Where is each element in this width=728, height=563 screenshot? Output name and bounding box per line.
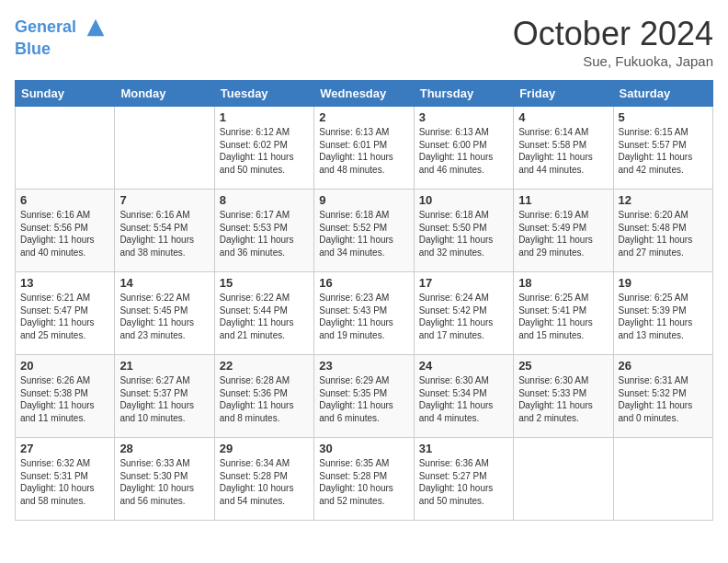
day-number: 4 [518,110,608,124]
day-info: Sunrise: 6:29 AM Sunset: 5:35 PM Dayligh… [319,374,408,424]
calendar-day-cell: 28Sunrise: 6:33 AM Sunset: 5:30 PM Dayli… [115,438,214,521]
day-number: 14 [119,276,209,290]
weekday-header: Wednesday [314,81,414,107]
day-info: Sunrise: 6:20 AM Sunset: 5:48 PM Dayligh… [619,209,708,259]
day-number: 26 [619,359,708,373]
calendar-day-cell: 4Sunrise: 6:14 AM Sunset: 5:58 PM Daylig… [514,107,613,190]
calendar-day-cell: 16Sunrise: 6:23 AM Sunset: 5:43 PM Dayli… [314,272,414,355]
title-block: October 2024 Sue, Fukuoka, Japan [513,15,713,69]
calendar-day-cell: 13Sunrise: 6:21 AM Sunset: 5:47 PM Dayli… [16,272,115,355]
day-info: Sunrise: 6:15 AM Sunset: 5:57 PM Dayligh… [619,126,708,176]
day-info: Sunrise: 6:30 AM Sunset: 5:34 PM Dayligh… [419,374,508,424]
day-number: 2 [319,110,408,124]
calendar-day-cell [613,438,712,521]
weekday-header-row: SundayMondayTuesdayWednesdayThursdayFrid… [16,81,713,107]
svg-marker-0 [87,19,105,37]
month-title: October 2024 [513,15,713,53]
day-info: Sunrise: 6:14 AM Sunset: 5:58 PM Dayligh… [518,126,608,176]
day-info: Sunrise: 6:18 AM Sunset: 5:50 PM Dayligh… [419,209,508,259]
day-number: 23 [319,359,408,373]
calendar-day-cell: 26Sunrise: 6:31 AM Sunset: 5:32 PM Dayli… [613,355,712,438]
calendar-day-cell: 1Sunrise: 6:12 AM Sunset: 6:02 PM Daylig… [214,107,313,190]
calendar-day-cell: 8Sunrise: 6:17 AM Sunset: 5:53 PM Daylig… [214,190,313,272]
day-number: 19 [619,276,708,290]
day-info: Sunrise: 6:31 AM Sunset: 5:32 PM Dayligh… [619,374,708,424]
day-number: 13 [20,276,109,290]
day-info: Sunrise: 6:35 AM Sunset: 5:28 PM Dayligh… [319,457,408,507]
calendar-day-cell: 24Sunrise: 6:30 AM Sunset: 5:34 PM Dayli… [414,355,513,438]
day-number: 21 [119,359,209,373]
calendar-day-cell: 27Sunrise: 6:32 AM Sunset: 5:31 PM Dayli… [16,438,115,521]
calendar-day-cell: 2Sunrise: 6:13 AM Sunset: 6:01 PM Daylig… [314,107,414,190]
calendar-day-cell: 22Sunrise: 6:28 AM Sunset: 5:36 PM Dayli… [214,355,313,438]
logo-text: General Blue [15,15,108,59]
logo-icon [83,15,108,40]
calendar-day-cell: 9Sunrise: 6:18 AM Sunset: 5:52 PM Daylig… [314,190,414,272]
page-header: General Blue October 2024 Sue, Fukuoka, … [15,15,713,69]
day-number: 12 [619,193,708,207]
calendar-day-cell: 11Sunrise: 6:19 AM Sunset: 5:49 PM Dayli… [514,190,613,272]
day-info: Sunrise: 6:13 AM Sunset: 6:01 PM Dayligh… [319,126,408,176]
day-number: 20 [20,359,109,373]
logo-blue: Blue [15,40,51,58]
day-info: Sunrise: 6:13 AM Sunset: 6:00 PM Dayligh… [419,126,508,176]
calendar-day-cell: 25Sunrise: 6:30 AM Sunset: 5:33 PM Dayli… [514,355,613,438]
day-info: Sunrise: 6:32 AM Sunset: 5:31 PM Dayligh… [20,457,109,507]
day-number: 10 [419,193,508,207]
calendar-week-row: 20Sunrise: 6:26 AM Sunset: 5:38 PM Dayli… [16,355,713,438]
day-info: Sunrise: 6:36 AM Sunset: 5:27 PM Dayligh… [419,457,508,507]
day-info: Sunrise: 6:21 AM Sunset: 5:47 PM Dayligh… [20,292,109,341]
weekday-header: Tuesday [214,81,313,107]
calendar-week-row: 27Sunrise: 6:32 AM Sunset: 5:31 PM Dayli… [16,438,713,521]
day-info: Sunrise: 6:30 AM Sunset: 5:33 PM Dayligh… [518,374,608,424]
day-number: 22 [220,359,309,373]
day-info: Sunrise: 6:19 AM Sunset: 5:49 PM Dayligh… [518,209,608,259]
day-number: 17 [419,276,508,290]
day-number: 9 [319,193,408,207]
calendar-day-cell: 17Sunrise: 6:24 AM Sunset: 5:42 PM Dayli… [414,272,513,355]
logo: General Blue [15,15,108,59]
calendar-day-cell: 6Sunrise: 6:16 AM Sunset: 5:56 PM Daylig… [16,190,115,272]
day-number: 5 [619,110,708,124]
calendar-day-cell: 10Sunrise: 6:18 AM Sunset: 5:50 PM Dayli… [414,190,513,272]
calendar-day-cell: 3Sunrise: 6:13 AM Sunset: 6:00 PM Daylig… [414,107,513,190]
day-info: Sunrise: 6:34 AM Sunset: 5:28 PM Dayligh… [220,457,309,507]
calendar-week-row: 6Sunrise: 6:16 AM Sunset: 5:56 PM Daylig… [16,190,713,272]
day-number: 11 [518,193,608,207]
day-info: Sunrise: 6:17 AM Sunset: 5:53 PM Dayligh… [220,209,309,259]
calendar-day-cell [514,438,613,521]
day-info: Sunrise: 6:28 AM Sunset: 5:36 PM Dayligh… [220,374,309,424]
weekday-header: Monday [115,81,214,107]
calendar-day-cell: 19Sunrise: 6:25 AM Sunset: 5:39 PM Dayli… [613,272,712,355]
location: Sue, Fukuoka, Japan [513,53,713,69]
day-info: Sunrise: 6:25 AM Sunset: 5:39 PM Dayligh… [619,292,708,341]
calendar-day-cell [115,107,214,190]
day-number: 1 [220,110,309,124]
calendar-day-cell: 20Sunrise: 6:26 AM Sunset: 5:38 PM Dayli… [16,355,115,438]
calendar-day-cell: 31Sunrise: 6:36 AM Sunset: 5:27 PM Dayli… [414,438,513,521]
calendar-week-row: 1Sunrise: 6:12 AM Sunset: 6:02 PM Daylig… [16,107,713,190]
calendar-day-cell: 12Sunrise: 6:20 AM Sunset: 5:48 PM Dayli… [613,190,712,272]
calendar-day-cell: 18Sunrise: 6:25 AM Sunset: 5:41 PM Dayli… [514,272,613,355]
calendar-day-cell: 15Sunrise: 6:22 AM Sunset: 5:44 PM Dayli… [214,272,313,355]
day-info: Sunrise: 6:24 AM Sunset: 5:42 PM Dayligh… [419,292,508,341]
calendar-day-cell: 14Sunrise: 6:22 AM Sunset: 5:45 PM Dayli… [115,272,214,355]
calendar-table: SundayMondayTuesdayWednesdayThursdayFrid… [15,80,713,521]
day-info: Sunrise: 6:12 AM Sunset: 6:02 PM Dayligh… [220,126,309,176]
day-number: 16 [319,276,408,290]
day-info: Sunrise: 6:33 AM Sunset: 5:30 PM Dayligh… [119,457,209,507]
calendar-day-cell: 23Sunrise: 6:29 AM Sunset: 5:35 PM Dayli… [314,355,414,438]
day-number: 25 [518,359,608,373]
calendar-day-cell: 29Sunrise: 6:34 AM Sunset: 5:28 PM Dayli… [214,438,313,521]
logo-general: General [15,17,76,36]
weekday-header: Thursday [414,81,513,107]
day-info: Sunrise: 6:22 AM Sunset: 5:44 PM Dayligh… [220,292,309,341]
calendar-day-cell: 30Sunrise: 6:35 AM Sunset: 5:28 PM Dayli… [314,438,414,521]
day-number: 28 [119,442,209,455]
day-info: Sunrise: 6:25 AM Sunset: 5:41 PM Dayligh… [518,292,608,341]
weekday-header: Friday [514,81,613,107]
calendar-day-cell: 5Sunrise: 6:15 AM Sunset: 5:57 PM Daylig… [613,107,712,190]
day-number: 6 [20,193,109,207]
day-number: 8 [220,193,309,207]
day-number: 27 [20,442,109,455]
